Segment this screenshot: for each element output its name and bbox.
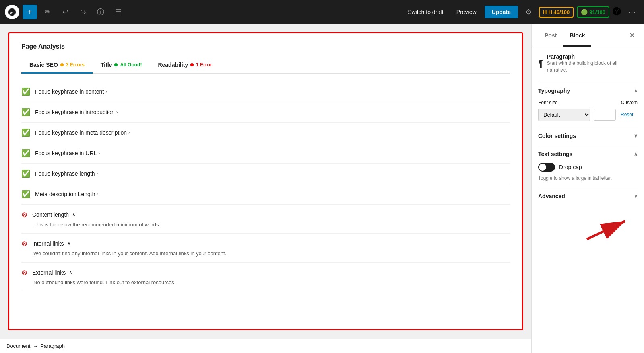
red-arrow-graphic [583, 217, 631, 241]
tab-basic-seo[interactable]: Basic SEO 3 Errors [21, 58, 93, 73]
chevron-icon: › [97, 171, 98, 176]
tab-readability[interactable]: Readability 1 Error [150, 58, 220, 73]
update-button[interactable]: Update [485, 6, 518, 18]
item-label: Focus keyphrase in URL › [35, 150, 510, 156]
text-settings-section: Text settings ∧ Drop cap Toggle to show … [538, 145, 638, 187]
readability-dot [190, 63, 194, 66]
color-settings-collapse-icon: ∨ [634, 133, 638, 139]
drop-cap-hint: Toggle to show a large initial letter. [538, 175, 638, 182]
headline-score-value: H 46/100 [548, 9, 570, 15]
tab-title[interactable]: Title All Good! [93, 58, 150, 73]
error-icon: ⊗ [21, 268, 27, 277]
info-icon: ⓘ [97, 7, 104, 17]
block-desc: Start with the building block of all nar… [547, 60, 638, 74]
right-sidebar: Post Block ✕ ¶ Paragraph Start with the … [531, 24, 644, 353]
edit-button[interactable]: ✏ [40, 5, 55, 19]
headline-score-badge[interactable]: H H 46/100 [539, 7, 574, 18]
color-settings-title: Color settings [538, 133, 576, 139]
add-block-button[interactable]: + [23, 5, 37, 19]
item-label: Focus keyphrase length › [35, 170, 510, 177]
title-status: All Good! [120, 62, 142, 68]
advanced-header[interactable]: Advanced ∨ [538, 193, 638, 199]
ok-icon: ✅ [21, 190, 30, 199]
chevron-icon: › [98, 150, 100, 156]
close-icon: ✕ [629, 31, 635, 40]
text-settings-title: Text settings [538, 151, 572, 157]
advanced-collapse-icon: ∨ [634, 193, 638, 199]
font-size-select[interactable]: Default [538, 109, 590, 121]
status-bar: Document → Paragraph [0, 339, 531, 353]
preview-button[interactable]: Preview [452, 6, 481, 18]
undo-icon: ↩ [62, 8, 68, 16]
title-dot [114, 63, 118, 66]
item-label: Focus keyphrase in meta description › [35, 129, 510, 136]
settings-button[interactable]: ⚙ [521, 5, 536, 19]
redo-icon: ↪ [80, 8, 86, 16]
basic-seo-status: 3 Errors [66, 62, 85, 68]
more-options-button[interactable]: ⋯ [625, 6, 639, 18]
close-sidebar-button[interactable]: ✕ [626, 30, 638, 41]
text-settings-body: Drop cap Toggle to show a large initial … [538, 163, 638, 182]
tab-post[interactable]: Post [538, 29, 563, 42]
svg-line-3 [587, 221, 625, 239]
list-view-button[interactable]: ☰ [111, 5, 126, 19]
toolbar-right: Switch to draft Preview Update ⚙ H H 46/… [403, 5, 639, 19]
readability-status: 1 Error [196, 62, 212, 68]
chevron-icon: › [105, 89, 107, 94]
undo-button[interactable]: ↩ [58, 5, 72, 19]
plus-icon: + [28, 8, 32, 16]
font-size-label: Font size [538, 100, 558, 105]
typography-section: Typography ∧ Font size Custom Default Re… [538, 82, 638, 127]
typography-title: Typography [538, 88, 570, 94]
chevron-icon: › [128, 130, 130, 135]
paragraph-icon: ¶ [538, 58, 543, 69]
list-icon: ☰ [115, 8, 122, 16]
drop-cap-toggle[interactable] [538, 163, 555, 172]
wp-logo[interactable]: W [5, 5, 19, 19]
advanced-section: Advanced ∨ [538, 187, 638, 205]
item-desc: We couldn't find any internal links in y… [21, 250, 510, 257]
advanced-title: Advanced [538, 193, 565, 199]
tab-block[interactable]: Block [563, 29, 591, 42]
item-focus-meta: ✅ Focus keyphrase in meta description › [21, 123, 510, 143]
editor-area: Page Analysis Basic SEO 3 Errors Title A… [0, 24, 531, 339]
item-internal-links: ⊗ Internal links ∧ We couldn't find any … [21, 234, 510, 263]
item-label: Content length ∧ [32, 211, 510, 218]
tab-basic-seo-label: Basic SEO [29, 62, 58, 68]
page-analysis-title: Page Analysis [21, 43, 510, 50]
item-focus-content: ✅ Focus keyphrase in content › [21, 82, 510, 102]
item-label: External links ∧ [32, 269, 510, 276]
chevron-icon: › [116, 109, 118, 115]
text-settings-header[interactable]: Text settings ∧ [538, 151, 638, 157]
font-size-reset-button[interactable]: Reset [619, 112, 635, 117]
text-settings-collapse-icon: ∧ [634, 151, 638, 157]
font-size-custom-input[interactable] [594, 109, 616, 121]
seo-score-badge[interactable]: 🟢 91/100 [577, 6, 609, 18]
status-paragraph[interactable]: Paragraph [40, 343, 65, 349]
color-settings-section: Color settings ∨ [538, 127, 638, 145]
error-icon: ⊗ [21, 210, 27, 219]
status-document[interactable]: Document [6, 343, 30, 349]
info-button[interactable]: ⓘ [93, 5, 108, 19]
chevron-icon: › [97, 191, 98, 197]
seo-score-icon: 🟢 [581, 9, 588, 15]
item-focus-intro: ✅ Focus keyphrase in introduction › [21, 102, 510, 123]
svg-text:W: W [10, 11, 13, 15]
headline-score-icon: H [543, 9, 547, 15]
switch-draft-button[interactable]: Switch to draft [403, 6, 448, 18]
toolbar: W + ✏ ↩ ↪ ⓘ ☰ Switch to draft Preview Up… [0, 0, 644, 24]
item-external-links: ⊗ External links ∧ No outbound links wer… [21, 263, 510, 291]
error-icon: ⊗ [21, 239, 27, 248]
ellipsis-icon: ⋯ [628, 8, 636, 16]
color-settings-header[interactable]: Color settings ∨ [538, 133, 638, 139]
sidebar-tabs: Post Block [538, 29, 591, 42]
toggle-knob [539, 164, 546, 171]
red-arrow-container [538, 205, 638, 248]
item-desc: No outbound links were found. Link out t… [21, 279, 510, 285]
redo-button[interactable]: ↪ [76, 5, 90, 19]
typography-header[interactable]: Typography ∧ [538, 88, 638, 94]
font-size-custom-label: Custom [621, 100, 638, 105]
basic-seo-dot [60, 63, 64, 66]
item-label: Internal links ∧ [32, 240, 510, 247]
yoast-icon[interactable]: 🅨 [613, 7, 621, 17]
